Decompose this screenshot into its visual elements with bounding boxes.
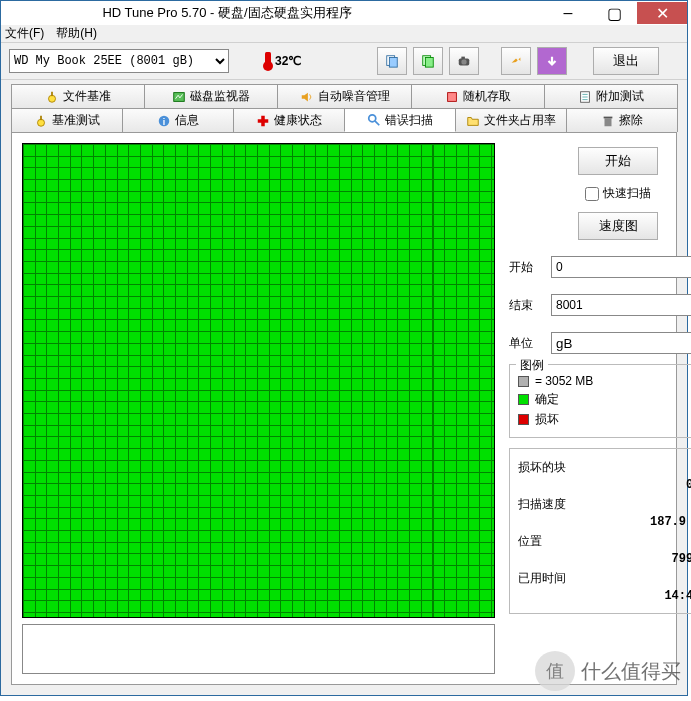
legend-ok-icon bbox=[518, 394, 529, 405]
svg-rect-3 bbox=[426, 58, 434, 68]
svg-point-18 bbox=[369, 115, 376, 122]
window-title: HD Tune Pro 5.70 - 硬盘/固态硬盘实用程序 bbox=[9, 4, 545, 22]
thermometer-icon bbox=[265, 52, 271, 70]
position-label: 位置 bbox=[518, 533, 691, 550]
maximize-button[interactable]: ▢ bbox=[591, 2, 637, 24]
copy-info-button[interactable] bbox=[377, 47, 407, 75]
tab-row-top: 文件基准 磁盘监视器 自动噪音管理 随机存取 附加测试 bbox=[11, 84, 677, 108]
tab-error-scan[interactable]: 错误扫描 bbox=[344, 108, 456, 132]
copy-screenshot-button[interactable] bbox=[413, 47, 443, 75]
drive-select[interactable]: WD My Book 25EE (8001 gB) bbox=[9, 49, 229, 73]
tab-info[interactable]: i信息 bbox=[122, 108, 234, 132]
tab-aam[interactable]: 自动噪音管理 bbox=[277, 84, 411, 108]
start-input[interactable] bbox=[552, 257, 691, 277]
end-label: 结束 bbox=[509, 297, 545, 314]
save-screenshot-button[interactable] bbox=[449, 47, 479, 75]
tab-random-access[interactable]: 随机存取 bbox=[411, 84, 545, 108]
scan-speed-label: 扫描速度 bbox=[518, 496, 691, 513]
position-value: 7998 gB bbox=[518, 552, 691, 566]
tab-file-benchmark[interactable]: 文件基准 bbox=[11, 84, 145, 108]
quick-scan-label: 快速扫描 bbox=[603, 185, 651, 202]
svg-rect-8 bbox=[51, 91, 53, 95]
end-input[interactable] bbox=[552, 295, 691, 315]
svg-point-5 bbox=[462, 59, 467, 64]
menu-help[interactable]: 帮助(H) bbox=[56, 25, 97, 42]
svg-line-19 bbox=[375, 121, 379, 125]
tab-benchmark[interactable]: 基准测试 bbox=[11, 108, 123, 132]
svg-rect-1 bbox=[390, 58, 398, 68]
menubar: 文件(F) 帮助(H) bbox=[1, 25, 687, 43]
damaged-blocks-value: 0.0 % bbox=[518, 478, 691, 492]
tab-disk-monitor[interactable]: 磁盘监视器 bbox=[144, 84, 278, 108]
svg-point-12 bbox=[38, 119, 45, 126]
tab-folder-usage[interactable]: 文件夹占用率 bbox=[455, 108, 567, 132]
temperature-display: 32℃ bbox=[261, 52, 305, 70]
scan-speed-value: 187.9 MB/s bbox=[518, 515, 691, 529]
tab-row-bottom: 基准测试 i信息 健康状态 错误扫描 文件夹占用率 擦除 bbox=[11, 108, 677, 132]
speed-map-button[interactable]: 速度图 bbox=[578, 212, 658, 240]
log-output[interactable] bbox=[22, 624, 495, 674]
tab-health[interactable]: 健康状态 bbox=[233, 108, 345, 132]
start-button[interactable]: 开始 bbox=[578, 147, 658, 175]
damaged-blocks-label: 损坏的块 bbox=[518, 459, 691, 476]
elapsed-label: 已用时间 bbox=[518, 570, 691, 587]
legend-box: 图例 = 3052 MB 确定 损坏 bbox=[509, 364, 691, 438]
quick-scan-checkbox[interactable] bbox=[585, 187, 599, 201]
svg-rect-10 bbox=[447, 92, 456, 101]
options-button[interactable] bbox=[501, 47, 531, 75]
minimize-button[interactable]: – bbox=[545, 2, 591, 24]
svg-point-7 bbox=[49, 95, 56, 102]
svg-rect-13 bbox=[40, 115, 42, 119]
start-label: 开始 bbox=[509, 259, 545, 276]
svg-rect-6 bbox=[462, 57, 466, 60]
elapsed-value: 14:42:50 bbox=[518, 589, 691, 603]
tab-erase[interactable]: 擦除 bbox=[566, 108, 678, 132]
svg-rect-20 bbox=[605, 118, 612, 126]
temperature-value: 32℃ bbox=[275, 54, 301, 68]
toolbar: WD My Book 25EE (8001 gB) 32℃ 退出 bbox=[1, 43, 687, 80]
svg-rect-17 bbox=[258, 119, 269, 123]
block-map bbox=[22, 143, 495, 618]
legend-block-icon bbox=[518, 376, 529, 387]
menu-file[interactable]: 文件(F) bbox=[5, 25, 44, 42]
stats-box: 损坏的块0.0 % 扫描速度187.9 MB/s 位置7998 gB 已用时间1… bbox=[509, 448, 691, 614]
unit-label: 单位 bbox=[509, 335, 545, 352]
svg-rect-21 bbox=[604, 116, 613, 118]
titlebar: HD Tune Pro 5.70 - 硬盘/固态硬盘实用程序 – ▢ ✕ bbox=[1, 1, 687, 25]
tab-extra-tests[interactable]: 附加测试 bbox=[544, 84, 678, 108]
exit-button[interactable]: 退出 bbox=[593, 47, 659, 75]
save-button[interactable] bbox=[537, 47, 567, 75]
unit-select[interactable]: gB bbox=[551, 332, 691, 354]
legend-bad-icon bbox=[518, 414, 529, 425]
close-button[interactable]: ✕ bbox=[637, 2, 687, 24]
error-scan-panel: 开始 快速扫描 速度图 开始 ▲▼ 结束 ▲▼ 单位 gB bbox=[11, 132, 677, 685]
svg-text:i: i bbox=[163, 116, 165, 126]
